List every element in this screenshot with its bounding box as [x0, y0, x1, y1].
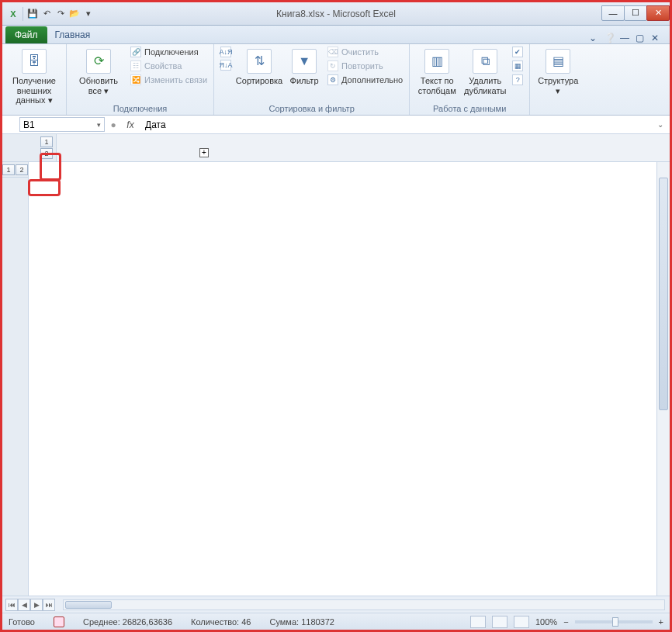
external-data-icon: 🗄 — [22, 49, 47, 74]
group-connections: ⟳ Обновить все ▾ 🔗Подключения ☷Свойства … — [67, 44, 214, 115]
row-outline-bar: 1 2 — [2, 162, 29, 596]
sort-az-icon: А↓Я — [220, 47, 231, 57]
status-count: Количество: 46 — [191, 617, 251, 627]
connections-button[interactable]: 🔗Подключения — [129, 46, 209, 58]
status-sum: Сумма: 1180372 — [269, 617, 334, 627]
consolidate-icon: ▦ — [512, 60, 523, 71]
view-pagebreak-button[interactable] — [514, 616, 529, 628]
tab-nav-next[interactable]: ▶ — [30, 599, 43, 611]
sort-za-icon: Я↓А — [220, 60, 231, 71]
text-to-columns-button[interactable]: ▥ Текст по столбцам — [414, 46, 459, 97]
clear-icon: ⌫ — [327, 47, 338, 57]
view-layout-button[interactable] — [492, 616, 507, 628]
advanced-icon: ⚙ — [327, 74, 338, 85]
open-icon[interactable]: 📂 — [68, 8, 81, 20]
reapply-icon: ↻ — [327, 60, 338, 71]
status-average: Среднее: 26826,63636 — [83, 617, 172, 627]
tab-nav-last[interactable]: ⏭ — [43, 599, 55, 611]
whatif-icon: ? — [512, 74, 523, 85]
formula-input[interactable] — [142, 118, 643, 132]
get-external-data-button[interactable]: 🗄 Получение внешних данных ▾ — [7, 46, 61, 107]
whatif-button[interactable]: ? — [511, 74, 525, 86]
ribbon: 🗄 Получение внешних данных ▾ ⟳ Обновить … — [2, 44, 670, 116]
row-outline-level-1[interactable]: 1 — [2, 164, 15, 175]
name-box-value: B1 — [23, 119, 35, 130]
filter-icon: ▼ — [292, 49, 317, 74]
fx-icon[interactable]: fx — [123, 119, 137, 130]
tab-nav-first[interactable]: ⏮ — [5, 599, 18, 611]
group-sort-filter: А↓Я Я↓А ⇅ Сортировка ▼ Фильтр ⌫Очистить … — [214, 44, 410, 115]
col-group-expand-button[interactable]: + — [199, 148, 209, 157]
expand-formula-icon[interactable]: ⌄ — [657, 120, 670, 129]
name-box[interactable]: B1 ▾ — [19, 117, 105, 132]
group-outline: ▤ Структура ▾ — [530, 44, 586, 115]
close-button[interactable]: ✕ — [646, 5, 670, 21]
zoom-slider[interactable] — [575, 620, 653, 623]
refresh-icon: ⟳ — [86, 49, 111, 74]
tab-nav-prev[interactable]: ◀ — [18, 599, 30, 611]
minimize-ribbon-icon[interactable]: ⌄ — [589, 33, 600, 43]
sort-button[interactable]: ⇅ Сортировка — [236, 46, 282, 88]
col-outline-level-1[interactable]: 1 — [40, 136, 53, 147]
minimize-button[interactable]: — — [601, 5, 625, 21]
undo-icon[interactable]: ↶ — [40, 8, 53, 20]
quick-access-toolbar: X 💾 ↶ ↷ 📂 ▾ — [2, 7, 99, 21]
filter-button[interactable]: ▼ Фильтр — [286, 46, 323, 88]
reapply-filter-button[interactable]: ↻Повторить — [326, 60, 404, 72]
text-to-columns-icon: ▥ — [424, 49, 449, 74]
group-data-tools: ▥ Текст по столбцам ⧉ Удалить дубликаты … — [410, 44, 530, 115]
tab-file[interactable]: Файл — [5, 26, 47, 43]
doc-close-icon[interactable]: ✕ — [651, 33, 662, 43]
help-icon[interactable]: ❔ — [604, 33, 615, 43]
view-normal-button[interactable] — [470, 616, 486, 628]
formula-bar: B1 ▾ ● fx ⌄ — [2, 116, 670, 134]
sort-icon: ⇅ — [247, 49, 272, 74]
row-outline-level-2[interactable]: 2 — [16, 164, 28, 175]
edit-links-button[interactable]: 🔀Изменить связи — [129, 74, 209, 86]
validation-icon: ✔ — [512, 47, 523, 57]
window-title: Книга8.xlsx - Microsoft Excel — [2, 9, 670, 19]
data-validation-button[interactable]: ✔ — [511, 46, 525, 58]
col-outline-level-2[interactable]: 2 — [40, 148, 53, 159]
zoom-in-button[interactable]: + — [659, 617, 663, 627]
sort-az-button[interactable]: А↓Я — [219, 46, 233, 58]
zoom-level: 100% — [535, 617, 557, 627]
advanced-filter-button[interactable]: ⚙Дополнительно — [326, 74, 404, 86]
consolidate-button[interactable]: ▦ — [511, 60, 525, 72]
chevron-down-icon[interactable]: ▾ — [97, 121, 101, 129]
redo-icon[interactable]: ↷ — [54, 8, 67, 20]
refresh-all-button[interactable]: ⟳ Обновить все ▾ — [71, 46, 126, 97]
vertical-scrollbar[interactable] — [656, 162, 670, 596]
tab-главная[interactable]: Главная — [49, 26, 97, 43]
excel-icon: X — [7, 8, 19, 20]
sort-za-button[interactable]: Я↓А — [219, 59, 233, 71]
group-external-data: 🗄 Получение внешних данных ▾ — [2, 44, 67, 115]
status-bar: Готово Среднее: 26826,63636 Количество: … — [2, 613, 670, 630]
doc-restore-icon[interactable]: ▢ — [636, 33, 646, 43]
qat-dropdown-icon[interactable]: ▾ — [82, 8, 95, 20]
clear-filter-button[interactable]: ⌫Очистить — [326, 46, 404, 58]
macro-record-icon[interactable] — [54, 616, 64, 627]
maximize-button[interactable]: ☐ — [624, 5, 647, 21]
ribbon-tabs: Файл Главная ⌄ ❔ — ▢ ✕ — [2, 26, 670, 44]
zoom-out-button[interactable]: − — [563, 617, 568, 627]
remove-dup-icon: ⧉ — [473, 49, 497, 74]
save-icon[interactable]: 💾 — [26, 8, 39, 20]
outline-button[interactable]: ▤ Структура ▾ — [535, 46, 581, 97]
outline-icon: ▤ — [546, 49, 570, 74]
remove-duplicates-button[interactable]: ⧉ Удалить дубликаты — [462, 46, 507, 97]
grid[interactable] — [29, 162, 670, 596]
properties-icon: ☷ — [130, 60, 141, 71]
connections-icon: 🔗 — [130, 47, 141, 57]
column-outline-bar: 1 2 + — [2, 134, 670, 162]
sheet-tab-strip: ⏮ ◀ ▶ ⏭ — [2, 596, 670, 613]
status-ready: Готово — [9, 617, 35, 627]
edit-links-icon: 🔀 — [130, 74, 141, 85]
title-bar: X 💾 ↶ ↷ 📂 ▾ Книга8.xlsx - Microsoft Exce… — [2, 2, 670, 26]
window-controls: — ☐ ✕ — [602, 5, 670, 22]
properties-button[interactable]: ☷Свойства — [129, 60, 209, 72]
cancel-formula-icon[interactable]: ● — [108, 119, 119, 130]
excel-window: X 💾 ↶ ↷ 📂 ▾ Книга8.xlsx - Microsoft Exce… — [2, 2, 670, 630]
doc-min-icon[interactable]: — — [620, 33, 631, 43]
horizontal-scrollbar[interactable] — [63, 599, 665, 610]
